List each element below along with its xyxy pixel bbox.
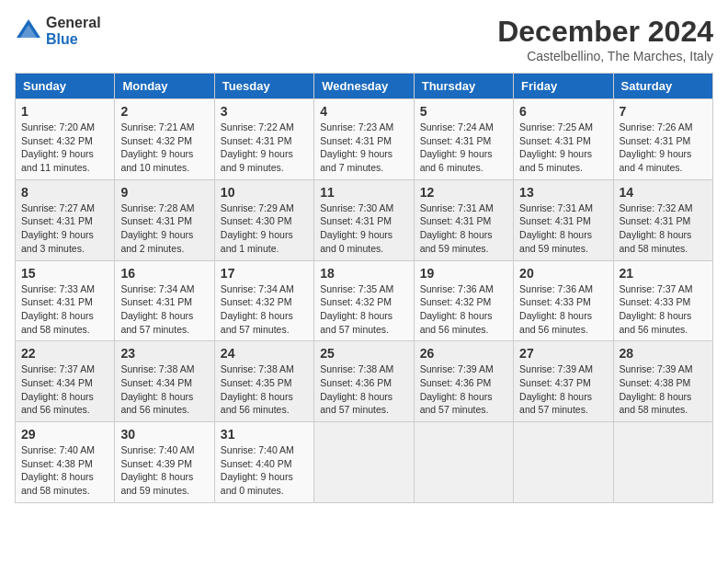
calendar-cell: 14Sunrise: 7:32 AM Sunset: 4:31 PM Dayli… xyxy=(613,179,712,260)
calendar-body: 1Sunrise: 7:20 AM Sunset: 4:32 PM Daylig… xyxy=(16,99,713,503)
logo-blue-text: Blue xyxy=(46,31,101,48)
day-number: 7 xyxy=(620,104,707,119)
day-info: Sunrise: 7:37 AM Sunset: 4:33 PM Dayligh… xyxy=(620,282,707,337)
calendar-cell: 18Sunrise: 7:35 AM Sunset: 4:32 PM Dayli… xyxy=(314,260,414,341)
day-info: Sunrise: 7:22 AM Sunset: 4:31 PM Dayligh… xyxy=(221,121,308,175)
calendar-week-row: 22Sunrise: 7:37 AM Sunset: 4:34 PM Dayli… xyxy=(16,341,713,422)
logo-icon xyxy=(15,17,42,45)
day-info: Sunrise: 7:25 AM Sunset: 4:31 PM Dayligh… xyxy=(519,121,607,175)
calendar-cell: 10Sunrise: 7:29 AM Sunset: 4:30 PM Dayli… xyxy=(214,179,313,260)
day-number: 2 xyxy=(120,104,208,119)
day-info: Sunrise: 7:38 AM Sunset: 4:35 PM Dayligh… xyxy=(221,362,308,417)
day-info: Sunrise: 7:31 AM Sunset: 4:31 PM Dayligh… xyxy=(420,201,507,256)
day-number: 21 xyxy=(620,266,707,281)
day-number: 8 xyxy=(21,185,108,200)
day-info: Sunrise: 7:36 AM Sunset: 4:33 PM Dayligh… xyxy=(519,282,607,337)
day-info: Sunrise: 7:31 AM Sunset: 4:31 PM Dayligh… xyxy=(519,201,607,256)
day-info: Sunrise: 7:26 AM Sunset: 4:31 PM Dayligh… xyxy=(620,121,707,175)
calendar-cell xyxy=(613,422,712,503)
day-info: Sunrise: 7:23 AM Sunset: 4:31 PM Dayligh… xyxy=(320,121,407,175)
day-number: 25 xyxy=(320,346,407,361)
weekday-header: Sunday xyxy=(16,74,115,99)
calendar-cell: 5Sunrise: 7:24 AM Sunset: 4:31 PM Daylig… xyxy=(414,99,513,180)
calendar-cell: 30Sunrise: 7:40 AM Sunset: 4:39 PM Dayli… xyxy=(115,422,214,503)
day-info: Sunrise: 7:39 AM Sunset: 4:37 PM Dayligh… xyxy=(519,362,607,417)
page-header: General Blue December 2024 Castelbellino… xyxy=(15,15,713,63)
calendar-cell: 12Sunrise: 7:31 AM Sunset: 4:31 PM Dayli… xyxy=(414,179,513,260)
month-title: December 2024 xyxy=(497,15,713,49)
day-info: Sunrise: 7:38 AM Sunset: 4:34 PM Dayligh… xyxy=(120,362,208,417)
day-info: Sunrise: 7:34 AM Sunset: 4:32 PM Dayligh… xyxy=(221,282,308,337)
day-number: 1 xyxy=(21,104,108,119)
weekday-header: Tuesday xyxy=(214,74,313,99)
day-number: 6 xyxy=(519,104,607,119)
day-info: Sunrise: 7:30 AM Sunset: 4:31 PM Dayligh… xyxy=(320,201,407,256)
weekday-header: Monday xyxy=(115,74,214,99)
calendar-week-row: 8Sunrise: 7:27 AM Sunset: 4:31 PM Daylig… xyxy=(16,179,713,260)
calendar-cell: 29Sunrise: 7:40 AM Sunset: 4:38 PM Dayli… xyxy=(16,422,115,503)
calendar-cell: 24Sunrise: 7:38 AM Sunset: 4:35 PM Dayli… xyxy=(214,341,313,422)
calendar-cell: 3Sunrise: 7:22 AM Sunset: 4:31 PM Daylig… xyxy=(214,99,313,180)
calendar-cell: 20Sunrise: 7:36 AM Sunset: 4:33 PM Dayli… xyxy=(514,260,613,341)
day-number: 26 xyxy=(420,346,507,361)
calendar-cell: 1Sunrise: 7:20 AM Sunset: 4:32 PM Daylig… xyxy=(16,99,115,180)
day-number: 29 xyxy=(21,427,108,442)
day-number: 17 xyxy=(221,266,308,281)
calendar-cell: 2Sunrise: 7:21 AM Sunset: 4:32 PM Daylig… xyxy=(115,99,214,180)
day-number: 9 xyxy=(120,185,208,200)
day-info: Sunrise: 7:37 AM Sunset: 4:34 PM Dayligh… xyxy=(21,362,108,417)
day-info: Sunrise: 7:33 AM Sunset: 4:31 PM Dayligh… xyxy=(21,282,108,337)
logo-general-text: General xyxy=(46,15,101,31)
calendar-cell: 7Sunrise: 7:26 AM Sunset: 4:31 PM Daylig… xyxy=(613,99,712,180)
day-number: 28 xyxy=(620,346,707,361)
day-info: Sunrise: 7:40 AM Sunset: 4:38 PM Dayligh… xyxy=(21,443,108,498)
calendar-cell: 13Sunrise: 7:31 AM Sunset: 4:31 PM Dayli… xyxy=(514,179,613,260)
day-info: Sunrise: 7:38 AM Sunset: 4:36 PM Dayligh… xyxy=(320,362,407,417)
calendar-week-row: 15Sunrise: 7:33 AM Sunset: 4:31 PM Dayli… xyxy=(16,260,713,341)
weekday-header: Wednesday xyxy=(314,74,414,99)
calendar-cell: 31Sunrise: 7:40 AM Sunset: 4:40 PM Dayli… xyxy=(214,422,313,503)
day-number: 20 xyxy=(519,266,607,281)
calendar-cell: 27Sunrise: 7:39 AM Sunset: 4:37 PM Dayli… xyxy=(514,341,613,422)
day-info: Sunrise: 7:27 AM Sunset: 4:31 PM Dayligh… xyxy=(21,201,108,256)
day-info: Sunrise: 7:32 AM Sunset: 4:31 PM Dayligh… xyxy=(620,201,707,256)
day-info: Sunrise: 7:39 AM Sunset: 4:36 PM Dayligh… xyxy=(420,362,507,417)
calendar-cell: 28Sunrise: 7:39 AM Sunset: 4:38 PM Dayli… xyxy=(613,341,712,422)
calendar-cell: 25Sunrise: 7:38 AM Sunset: 4:36 PM Dayli… xyxy=(314,341,414,422)
day-number: 24 xyxy=(221,346,308,361)
day-number: 19 xyxy=(420,266,507,281)
day-number: 23 xyxy=(120,346,208,361)
day-number: 27 xyxy=(519,346,607,361)
day-info: Sunrise: 7:39 AM Sunset: 4:38 PM Dayligh… xyxy=(620,362,707,417)
calendar-cell: 16Sunrise: 7:34 AM Sunset: 4:31 PM Dayli… xyxy=(115,260,214,341)
logo: General Blue xyxy=(15,15,101,47)
calendar-cell: 4Sunrise: 7:23 AM Sunset: 4:31 PM Daylig… xyxy=(314,99,414,180)
day-number: 13 xyxy=(519,185,607,200)
day-number: 10 xyxy=(221,185,308,200)
calendar-cell: 19Sunrise: 7:36 AM Sunset: 4:32 PM Dayli… xyxy=(414,260,513,341)
day-info: Sunrise: 7:24 AM Sunset: 4:31 PM Dayligh… xyxy=(420,121,507,175)
day-info: Sunrise: 7:29 AM Sunset: 4:30 PM Dayligh… xyxy=(221,201,308,256)
weekday-header: Thursday xyxy=(414,74,513,99)
day-info: Sunrise: 7:20 AM Sunset: 4:32 PM Dayligh… xyxy=(21,121,108,175)
calendar-cell xyxy=(514,422,613,503)
day-number: 12 xyxy=(420,185,507,200)
day-info: Sunrise: 7:40 AM Sunset: 4:39 PM Dayligh… xyxy=(120,443,208,498)
calendar-week-row: 29Sunrise: 7:40 AM Sunset: 4:38 PM Dayli… xyxy=(16,422,713,503)
calendar-cell: 22Sunrise: 7:37 AM Sunset: 4:34 PM Dayli… xyxy=(16,341,115,422)
calendar-cell: 26Sunrise: 7:39 AM Sunset: 4:36 PM Dayli… xyxy=(414,341,513,422)
location: Castelbellino, The Marches, Italy xyxy=(497,49,713,63)
calendar-cell xyxy=(414,422,513,503)
day-number: 15 xyxy=(21,266,108,281)
calendar-table: SundayMondayTuesdayWednesdayThursdayFrid… xyxy=(15,73,713,503)
calendar-cell: 6Sunrise: 7:25 AM Sunset: 4:31 PM Daylig… xyxy=(514,99,613,180)
day-number: 30 xyxy=(120,427,208,442)
calendar-cell: 17Sunrise: 7:34 AM Sunset: 4:32 PM Dayli… xyxy=(214,260,313,341)
calendar-header-row: SundayMondayTuesdayWednesdayThursdayFrid… xyxy=(16,74,713,99)
calendar-cell: 8Sunrise: 7:27 AM Sunset: 4:31 PM Daylig… xyxy=(16,179,115,260)
weekday-header: Friday xyxy=(514,74,613,99)
weekday-header: Saturday xyxy=(613,74,712,99)
day-number: 14 xyxy=(620,185,707,200)
day-info: Sunrise: 7:21 AM Sunset: 4:32 PM Dayligh… xyxy=(120,121,208,175)
day-number: 4 xyxy=(320,104,407,119)
